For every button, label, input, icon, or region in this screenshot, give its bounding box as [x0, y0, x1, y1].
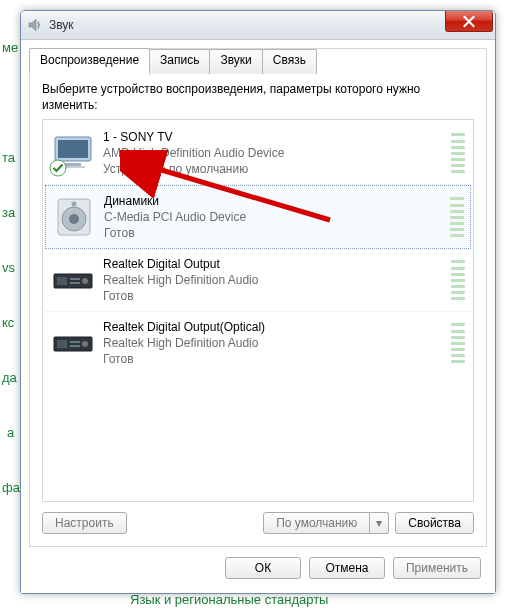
speaker-icon: [52, 195, 96, 239]
dialog-button-row: ОК Отмена Применить: [29, 547, 487, 585]
device-sub: C-Media PCI Audio Device: [104, 209, 444, 225]
default-dropdown-arrow[interactable]: ▾: [370, 512, 389, 534]
client-area: Воспроизведение Запись Звуки Связь Выбер…: [21, 40, 495, 593]
default-check-icon: [49, 159, 67, 177]
device-row[interactable]: 1 - SONY TV AMD High Definition Audio De…: [45, 122, 471, 185]
tab-sounds[interactable]: Звуки: [209, 49, 262, 74]
bg-text: за: [2, 205, 15, 220]
tab-content: Выберите устройство воспроизведения, пар…: [30, 49, 486, 546]
titlebar[interactable]: Звук: [21, 11, 495, 40]
device-name: Realtek Digital Output: [103, 256, 445, 272]
svg-rect-13: [70, 278, 80, 280]
svg-point-17: [82, 341, 88, 347]
device-status: Готов: [104, 225, 444, 241]
sound-icon: [27, 17, 43, 33]
level-meter: [451, 323, 465, 363]
device-text: 1 - SONY TV AMD High Definition Audio De…: [103, 129, 445, 178]
device-sub: Realtek High Definition Audio: [103, 272, 445, 288]
svg-point-9: [72, 202, 77, 207]
receiver-icon: [51, 321, 95, 365]
device-status: Готов: [103, 288, 445, 304]
device-row[interactable]: Динамики C-Media PCI Audio Device Готов: [45, 185, 471, 249]
cancel-button[interactable]: Отмена: [309, 557, 385, 579]
device-status: Готов: [103, 351, 445, 367]
tab-record[interactable]: Запись: [149, 49, 210, 74]
svg-marker-0: [29, 19, 36, 31]
svg-point-12: [82, 278, 88, 284]
tv-icon: [51, 131, 95, 175]
chevron-down-icon: ▾: [376, 516, 382, 530]
window-title: Звук: [49, 18, 74, 32]
level-meter: [451, 133, 465, 173]
ok-button[interactable]: ОК: [225, 557, 301, 579]
device-text: Динамики C-Media PCI Audio Device Готов: [104, 193, 444, 242]
bg-text: ме: [2, 40, 18, 55]
device-name: Realtek Digital Output(Optical): [103, 319, 445, 335]
configure-button[interactable]: Настроить: [42, 512, 127, 534]
bg-text: Язык и региональные стандарты: [130, 592, 328, 607]
level-meter: [450, 197, 464, 237]
bg-text: да: [2, 370, 17, 385]
bg-text: кс: [2, 315, 14, 330]
instruction-text: Выберите устройство воспроизведения, пар…: [42, 81, 474, 113]
device-sub: AMD High Definition Audio Device: [103, 145, 445, 161]
svg-rect-2: [58, 140, 88, 158]
default-button[interactable]: По умолчанию: [263, 512, 370, 534]
bg-text: фа: [2, 480, 20, 495]
apply-button[interactable]: Применить: [393, 557, 481, 579]
device-row[interactable]: Realtek Digital Output(Optical) Realtek …: [45, 312, 471, 374]
bg-text: та: [2, 150, 15, 165]
level-meter: [451, 260, 465, 300]
device-row[interactable]: Realtek Digital Output Realtek High Defi…: [45, 249, 471, 312]
tab-strip: Воспроизведение Запись Звуки Связь: [29, 48, 316, 73]
receiver-icon: [51, 258, 95, 302]
close-button[interactable]: [445, 11, 493, 32]
svg-point-8: [69, 214, 79, 224]
svg-rect-11: [57, 277, 67, 285]
device-name: 1 - SONY TV: [103, 129, 445, 145]
bg-text: vs: [2, 260, 15, 275]
sound-dialog: Звук Воспроизведение Запись Звуки Связь …: [20, 10, 496, 594]
svg-rect-18: [70, 341, 80, 343]
svg-rect-16: [57, 340, 67, 348]
panel-button-row: Настроить По умолчанию ▾ Свойства: [42, 512, 474, 534]
default-split-button[interactable]: По умолчанию ▾: [263, 512, 389, 534]
device-status: Устройство по умолчанию: [103, 161, 445, 177]
properties-button[interactable]: Свойства: [395, 512, 474, 534]
device-text: Realtek Digital Output(Optical) Realtek …: [103, 319, 445, 368]
svg-rect-19: [70, 345, 80, 347]
bg-text: а: [7, 425, 14, 440]
svg-rect-3: [65, 163, 81, 166]
svg-rect-14: [70, 282, 80, 284]
tab-comm[interactable]: Связь: [262, 49, 317, 74]
device-text: Realtek Digital Output Realtek High Defi…: [103, 256, 445, 305]
device-list[interactable]: 1 - SONY TV AMD High Definition Audio De…: [42, 119, 474, 502]
device-name: Динамики: [104, 193, 444, 209]
device-sub: Realtek High Definition Audio: [103, 335, 445, 351]
tab-panel: Воспроизведение Запись Звуки Связь Выбер…: [29, 48, 487, 547]
tab-playback[interactable]: Воспроизведение: [29, 48, 150, 73]
